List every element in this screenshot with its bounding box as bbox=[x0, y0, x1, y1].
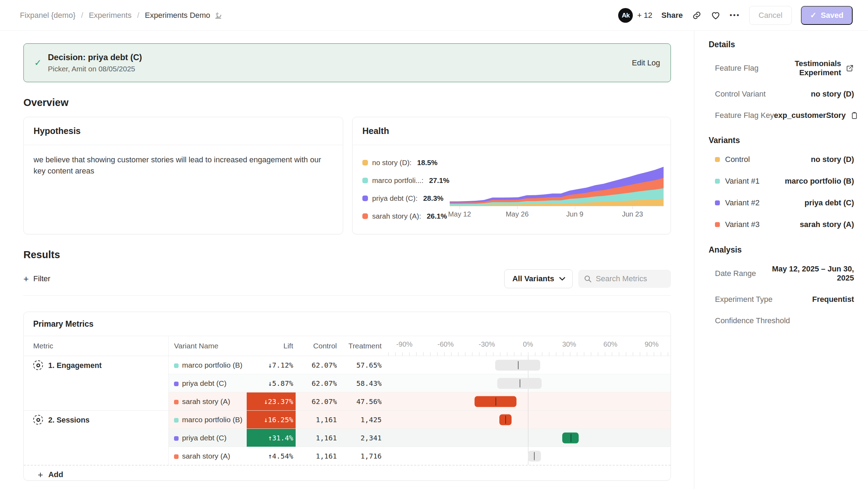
control-value: 1,161 bbox=[296, 416, 337, 424]
variant-swatch-icon bbox=[174, 436, 179, 441]
variant-swatch-icon bbox=[174, 400, 179, 404]
legend-value: 27.1% bbox=[429, 176, 449, 185]
health-legend-item[interactable]: sarah story (A):26.1% bbox=[362, 212, 450, 220]
breadcrumb: Fixpanel {demo} / Experiments / Experime… bbox=[20, 11, 222, 20]
decision-title: Decision: priya debt (C) bbox=[48, 52, 142, 62]
check-icon: ✓ bbox=[810, 11, 816, 20]
results-heading: Results bbox=[23, 249, 671, 261]
metric-group: 2. Sessionsmarco portfolio (B)↓16.25%1,1… bbox=[24, 410, 671, 465]
lift-point-marker bbox=[571, 434, 571, 442]
health-legend-item[interactable]: no story (D):18.5% bbox=[362, 158, 450, 167]
share-button[interactable]: Share bbox=[661, 11, 683, 20]
table-row[interactable]: sarah story (A)↑4.54%1,1611,716 bbox=[169, 447, 671, 465]
variant-name: marco portfolio (B) bbox=[182, 416, 243, 424]
table-row[interactable]: marco portfolio (B)↓16.25%1,1611,425 bbox=[169, 411, 671, 428]
control-value: 1,161 bbox=[296, 434, 337, 442]
table-row[interactable]: priya debt (C)↑31.4%1,1612,341 bbox=[169, 428, 671, 447]
variant-swatch-icon bbox=[715, 200, 720, 205]
variant-swatch-icon bbox=[715, 179, 720, 184]
search-metrics-input[interactable] bbox=[578, 270, 671, 288]
metric-rows: marco portfolio (B)↓16.25%1,1611,425priy… bbox=[169, 411, 671, 465]
decision-banner: ✓ Decision: priya debt (C) Picker, Amit … bbox=[23, 43, 671, 82]
add-metric-button[interactable]: + Add bbox=[24, 465, 671, 481]
confidence-interval-cell bbox=[388, 356, 671, 374]
collaborators-count[interactable]: + 12 bbox=[637, 11, 652, 20]
column-header-treatment: Treatment bbox=[337, 342, 382, 350]
variants-dropdown[interactable]: All Variants bbox=[504, 269, 573, 288]
confidence-interval-cell bbox=[388, 411, 671, 428]
variant-row: Variant #1marco portfolio (B) bbox=[715, 177, 854, 186]
copy-icon[interactable] bbox=[850, 111, 859, 120]
date-range-value: May 12, 2025 – Jun 30, 2025 bbox=[756, 264, 854, 283]
feature-flag-value[interactable]: Testimonials Experiment bbox=[759, 59, 841, 77]
decision-text: Decision: priya debt (C) Picker, Amit on… bbox=[48, 52, 142, 73]
control-value: 62.07% bbox=[296, 397, 337, 406]
axis-tick-label: -30% bbox=[479, 340, 495, 348]
hypothesis-card: Hypothesis we believe that showing custo… bbox=[23, 117, 343, 234]
control-value: 62.07% bbox=[296, 361, 337, 369]
legend-swatch-icon bbox=[362, 160, 368, 165]
experiment-page: Fixpanel {demo} / Experiments / Experime… bbox=[0, 0, 868, 489]
header-actions: Ak + 12 Share ••• Cancel ✓ Saved bbox=[618, 6, 853, 25]
favorite-icon[interactable] bbox=[711, 10, 721, 20]
metric-cell[interactable]: 1. Engagement bbox=[24, 356, 169, 410]
confidence-threshold-row: Confidence Threshold bbox=[715, 316, 854, 325]
primary-metrics-card: Primary Metrics Metric Variant Name Lift… bbox=[23, 312, 671, 481]
divider bbox=[23, 295, 671, 296]
confidence-interval-cell bbox=[388, 429, 671, 447]
control-value: 62.07% bbox=[296, 379, 337, 388]
table-row[interactable]: sarah story (A)↓23.37%62.07%47.56% bbox=[169, 392, 671, 410]
health-legend-item[interactable]: marco portfoli...:27.1% bbox=[362, 176, 450, 185]
breadcrumb-separator: / bbox=[81, 11, 83, 20]
table-row[interactable]: priya debt (C)↓5.87%62.07%58.43% bbox=[169, 374, 671, 392]
x-axis-tick bbox=[460, 206, 460, 209]
variant-value: marco portfolio (B) bbox=[785, 177, 854, 186]
variant-swatch-icon bbox=[174, 363, 179, 368]
confidence-interval-cell bbox=[388, 447, 671, 465]
treatment-value: 47.56% bbox=[337, 397, 382, 406]
x-axis-tick bbox=[575, 206, 575, 209]
plus-icon: + bbox=[38, 470, 43, 479]
saved-button[interactable]: ✓ Saved bbox=[801, 6, 853, 25]
variant-cell: marco portfolio (B) bbox=[169, 416, 247, 424]
lift-axis: -90%-60%-30%0%30%60%90% bbox=[388, 336, 671, 356]
variant-value: priya debt (C) bbox=[804, 198, 854, 207]
metric-group: 1. Engagementmarco portfolio (B)↓7.12%62… bbox=[24, 356, 671, 410]
feature-flag-row: Feature Flag Testimonials Experiment bbox=[715, 59, 854, 77]
lift-point-marker bbox=[505, 416, 506, 424]
zero-line bbox=[528, 392, 528, 410]
treatment-value: 2,341 bbox=[337, 434, 382, 442]
copy-link-icon[interactable] bbox=[692, 10, 702, 20]
table-row[interactable]: marco portfolio (B)↓7.12%62.07%57.65% bbox=[169, 356, 671, 374]
experiment-type-row: Experiment Type Frequentist bbox=[715, 295, 854, 304]
column-header-control: Control bbox=[296, 342, 337, 350]
main-content: ✓ Decision: priya debt (C) Picker, Amit … bbox=[0, 31, 694, 489]
avatar[interactable]: Ak bbox=[618, 8, 633, 23]
health-legend: no story (D):18.5%marco portfoli...:27.1… bbox=[362, 154, 450, 224]
external-link-icon[interactable] bbox=[846, 64, 854, 72]
legend-value: 28.3% bbox=[423, 194, 443, 203]
date-range-row: Date Range May 12, 2025 – Jun 30, 2025 bbox=[715, 264, 854, 283]
variant-value: no story (D) bbox=[811, 155, 854, 164]
variant-swatch-icon bbox=[174, 382, 179, 386]
more-menu-button[interactable]: ••• bbox=[730, 11, 740, 19]
column-header-variant: Variant Name bbox=[169, 342, 247, 350]
toolbar-right: All Variants bbox=[504, 269, 671, 288]
variant-label: Variant #2 bbox=[725, 198, 760, 207]
metric-cell[interactable]: 2. Sessions bbox=[24, 411, 169, 465]
health-legend-item[interactable]: priya debt (C):28.3% bbox=[362, 194, 450, 203]
breadcrumb-experiments[interactable]: Experiments bbox=[89, 11, 131, 20]
health-card: Health no story (D):18.5%marco portfoli.… bbox=[352, 117, 671, 234]
legend-value: 26.1% bbox=[427, 212, 447, 220]
lift-point-marker bbox=[534, 452, 535, 460]
variant-row: Variant #2priya debt (C) bbox=[715, 198, 854, 207]
edit-log-button[interactable]: Edit Log bbox=[632, 58, 660, 68]
chart-baseline bbox=[450, 206, 664, 206]
breadcrumb-separator: / bbox=[137, 11, 139, 20]
add-filter-button[interactable]: + Filter bbox=[23, 274, 50, 283]
breadcrumb-project[interactable]: Fixpanel {demo} bbox=[20, 11, 75, 20]
legend-swatch-icon bbox=[362, 178, 368, 183]
results-toolbar: + Filter All Variants bbox=[23, 269, 671, 288]
cancel-button[interactable]: Cancel bbox=[749, 6, 792, 25]
control-variant-row: Control Variant no story (D) bbox=[715, 90, 854, 99]
